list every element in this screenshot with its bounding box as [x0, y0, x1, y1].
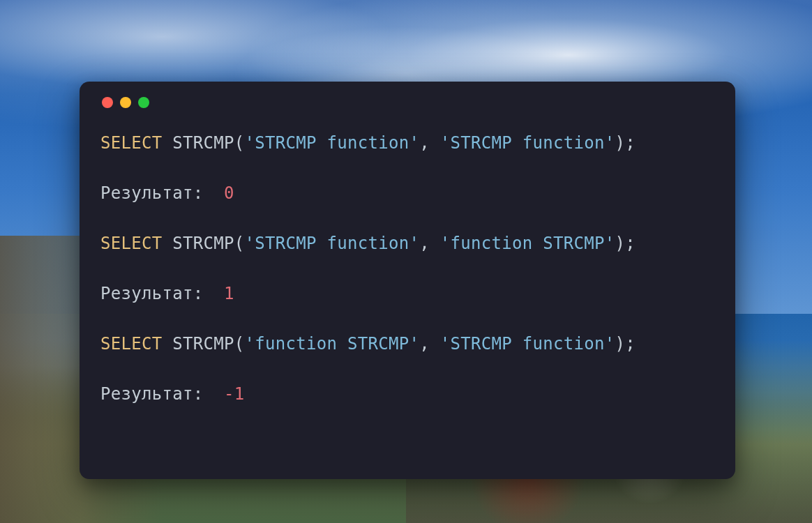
function-name: STRCMP [172, 133, 234, 153]
result-value: 1 [224, 284, 234, 303]
query-line-2: SELECT STRCMP('STRCMP function', 'functi… [100, 231, 714, 256]
window-controls [102, 97, 714, 108]
paren-open: ( [234, 234, 245, 253]
minimize-button[interactable] [120, 97, 131, 108]
query-line-3: SELECT STRCMP('function STRCMP', 'STRCMP… [100, 331, 714, 356]
paren-close: ); [615, 234, 636, 253]
function-name: STRCMP [172, 234, 234, 253]
keyword-select: SELECT [100, 133, 163, 153]
space [163, 334, 173, 354]
maximize-button[interactable] [138, 97, 149, 108]
query-line-1: SELECT STRCMP('STRCMP function', 'STRCMP… [100, 130, 714, 156]
paren-open: ( [234, 334, 245, 354]
paren-close: ); [615, 133, 636, 153]
comma: , [419, 133, 440, 153]
string-arg2: 'STRCMP function' [440, 133, 615, 153]
string-arg1: 'STRCMP function' [245, 133, 420, 153]
string-arg2: 'STRCMP function' [440, 334, 615, 354]
result-label: Результат: [100, 284, 224, 303]
code-window[interactable]: SELECT STRCMP('STRCMP function', 'STRCMP… [80, 82, 735, 479]
string-arg2: 'function STRCMP' [440, 234, 615, 253]
result-line-1: Результат: 0 [100, 181, 714, 206]
close-button[interactable] [102, 97, 113, 108]
comma: , [419, 334, 440, 354]
function-name: STRCMP [172, 334, 234, 354]
result-value: 0 [224, 183, 234, 203]
keyword-select: SELECT [100, 334, 163, 354]
result-label: Результат: [100, 384, 224, 404]
string-arg1: 'function STRCMP' [245, 334, 420, 354]
code-content: SELECT STRCMP('STRCMP function', 'STRCMP… [100, 130, 714, 407]
result-label: Результат: [100, 183, 224, 203]
paren-close: ); [615, 334, 636, 354]
space [163, 133, 173, 153]
comma: , [419, 234, 440, 253]
result-line-2: Результат: 1 [100, 281, 714, 306]
keyword-select: SELECT [100, 234, 163, 253]
space [163, 234, 173, 253]
result-value: -1 [224, 384, 245, 404]
string-arg1: 'STRCMP function' [245, 234, 420, 253]
paren-open: ( [234, 133, 245, 153]
result-line-3: Результат: -1 [100, 381, 714, 407]
